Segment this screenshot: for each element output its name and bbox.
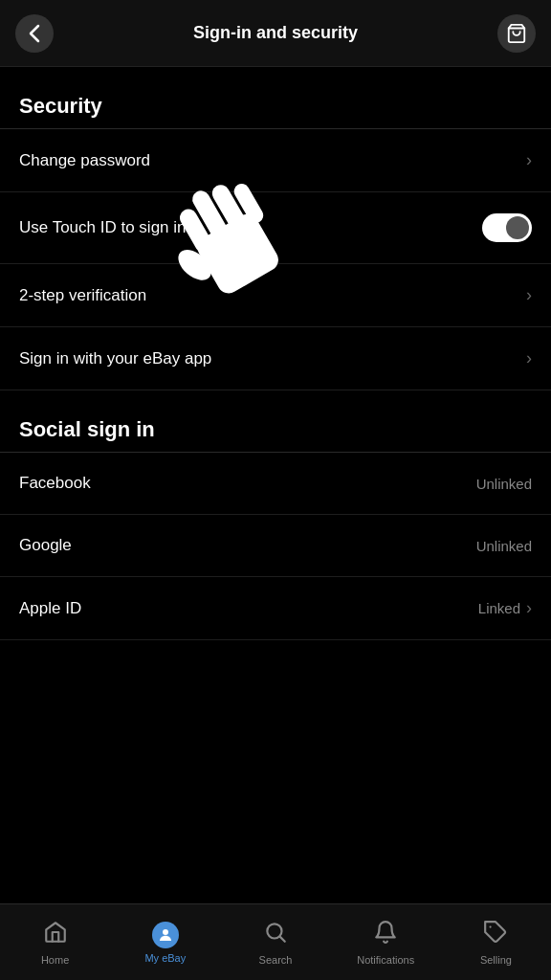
nav-item-search[interactable]: Search <box>220 904 330 980</box>
header: Sign-in and security <box>0 0 551 67</box>
facebook-status: Unlinked <box>476 476 532 492</box>
chevron-icon: › <box>526 150 532 170</box>
facebook-label: Facebook <box>19 474 91 493</box>
content: Security Change password › Use Touch ID … <box>0 67 551 717</box>
nav-item-selling[interactable]: Selling <box>441 904 551 980</box>
page-title: Sign-in and security <box>193 23 358 43</box>
toggle-thumb <box>506 216 529 239</box>
home-icon <box>43 920 68 950</box>
chevron-icon-2: › <box>526 285 532 305</box>
bottom-nav: Home My eBay Search Notifications <box>0 903 551 980</box>
google-status: Unlinked <box>476 538 532 554</box>
change-password-right: › <box>526 150 532 170</box>
toggle-track <box>482 213 532 242</box>
apple-id-right: Linked › <box>478 598 532 618</box>
back-button[interactable] <box>15 14 54 53</box>
social-section-header: Social sign in <box>0 390 551 452</box>
two-step-label: 2-step verification <box>19 286 146 305</box>
security-section-header: Security <box>0 67 551 128</box>
google-right: Unlinked <box>476 538 532 554</box>
my-ebay-label: My eBay <box>144 952 186 964</box>
apple-id-status: Linked <box>478 600 520 616</box>
touch-id-item[interactable]: Use Touch ID to sign in <box>0 192 551 264</box>
ebay-app-label: Sign in with your eBay app <box>19 349 211 368</box>
facebook-right: Unlinked <box>476 476 532 492</box>
my-ebay-avatar <box>152 922 179 948</box>
chevron-icon-3: › <box>526 348 532 368</box>
svg-point-7 <box>163 929 168 935</box>
touch-id-toggle[interactable] <box>482 213 532 242</box>
notifications-icon <box>373 920 398 950</box>
ebay-app-right: › <box>526 348 532 368</box>
touch-id-label: Use Touch ID to sign in <box>19 218 187 237</box>
home-label: Home <box>41 954 69 966</box>
cart-button[interactable] <box>497 14 536 53</box>
two-step-right: › <box>526 285 532 305</box>
selling-label: Selling <box>480 954 512 966</box>
chevron-icon-4: › <box>526 598 532 618</box>
apple-id-item[interactable]: Apple ID Linked › <box>0 577 551 640</box>
ebay-app-item[interactable]: Sign in with your eBay app › <box>0 327 551 390</box>
search-icon <box>263 920 288 950</box>
nav-item-home[interactable]: Home <box>0 904 110 980</box>
google-item[interactable]: Google Unlinked <box>0 515 551 577</box>
nav-item-my-ebay[interactable]: My eBay <box>110 904 220 980</box>
apple-id-label: Apple ID <box>19 599 81 618</box>
search-label: Search <box>259 954 293 966</box>
notifications-label: Notifications <box>357 954 414 966</box>
facebook-item[interactable]: Facebook Unlinked <box>0 453 551 515</box>
nav-item-notifications[interactable]: Notifications <box>331 904 441 980</box>
change-password-label: Change password <box>19 151 150 170</box>
google-label: Google <box>19 536 72 555</box>
two-step-item[interactable]: 2-step verification › <box>0 264 551 327</box>
selling-icon <box>483 920 508 950</box>
change-password-item[interactable]: Change password › <box>0 129 551 192</box>
